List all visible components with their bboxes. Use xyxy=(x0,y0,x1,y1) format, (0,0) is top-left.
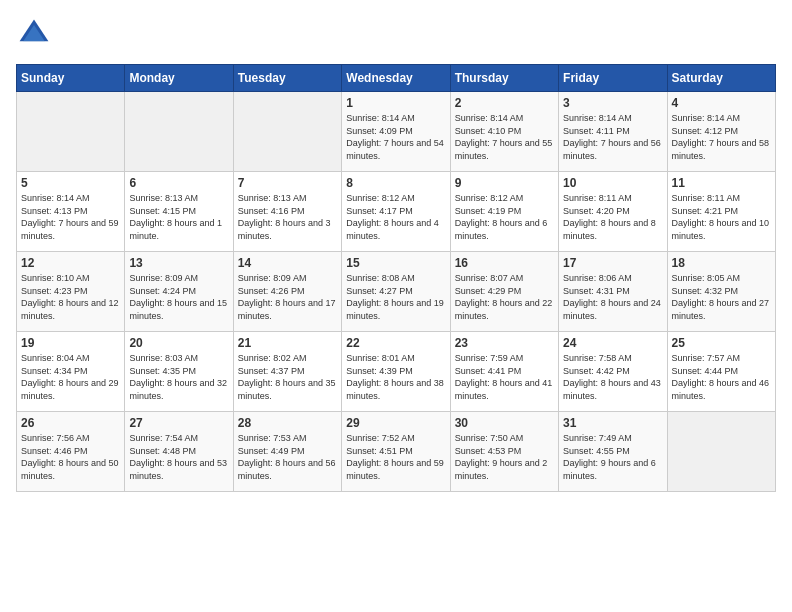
day-number: 28 xyxy=(238,416,337,430)
cell-info: Sunrise: 8:14 AMSunset: 4:10 PMDaylight:… xyxy=(455,112,554,162)
calendar-cell: 27Sunrise: 7:54 AMSunset: 4:48 PMDayligh… xyxy=(125,412,233,492)
day-number: 7 xyxy=(238,176,337,190)
calendar-week-row: 19Sunrise: 8:04 AMSunset: 4:34 PMDayligh… xyxy=(17,332,776,412)
cell-info: Sunrise: 8:12 AMSunset: 4:17 PMDaylight:… xyxy=(346,192,445,242)
calendar-week-row: 5Sunrise: 8:14 AMSunset: 4:13 PMDaylight… xyxy=(17,172,776,252)
calendar-cell: 4Sunrise: 8:14 AMSunset: 4:12 PMDaylight… xyxy=(667,92,775,172)
day-number: 10 xyxy=(563,176,662,190)
calendar-cell xyxy=(233,92,341,172)
cell-info: Sunrise: 8:04 AMSunset: 4:34 PMDaylight:… xyxy=(21,352,120,402)
cell-info: Sunrise: 8:08 AMSunset: 4:27 PMDaylight:… xyxy=(346,272,445,322)
day-number: 23 xyxy=(455,336,554,350)
logo-icon xyxy=(16,16,52,52)
weekday-header: Wednesday xyxy=(342,65,450,92)
calendar-cell: 21Sunrise: 8:02 AMSunset: 4:37 PMDayligh… xyxy=(233,332,341,412)
weekday-header: Friday xyxy=(559,65,667,92)
day-number: 12 xyxy=(21,256,120,270)
calendar-cell xyxy=(17,92,125,172)
calendar-cell: 14Sunrise: 8:09 AMSunset: 4:26 PMDayligh… xyxy=(233,252,341,332)
day-number: 27 xyxy=(129,416,228,430)
calendar-cell: 6Sunrise: 8:13 AMSunset: 4:15 PMDaylight… xyxy=(125,172,233,252)
calendar-cell: 25Sunrise: 7:57 AMSunset: 4:44 PMDayligh… xyxy=(667,332,775,412)
day-number: 25 xyxy=(672,336,771,350)
day-number: 4 xyxy=(672,96,771,110)
day-number: 31 xyxy=(563,416,662,430)
calendar-cell: 11Sunrise: 8:11 AMSunset: 4:21 PMDayligh… xyxy=(667,172,775,252)
calendar-cell: 10Sunrise: 8:11 AMSunset: 4:20 PMDayligh… xyxy=(559,172,667,252)
cell-info: Sunrise: 8:05 AMSunset: 4:32 PMDaylight:… xyxy=(672,272,771,322)
calendar-week-row: 1Sunrise: 8:14 AMSunset: 4:09 PMDaylight… xyxy=(17,92,776,172)
calendar-cell: 30Sunrise: 7:50 AMSunset: 4:53 PMDayligh… xyxy=(450,412,558,492)
cell-info: Sunrise: 8:09 AMSunset: 4:26 PMDaylight:… xyxy=(238,272,337,322)
calendar-cell: 16Sunrise: 8:07 AMSunset: 4:29 PMDayligh… xyxy=(450,252,558,332)
cell-info: Sunrise: 7:52 AMSunset: 4:51 PMDaylight:… xyxy=(346,432,445,482)
page-header xyxy=(16,16,776,52)
calendar-cell xyxy=(125,92,233,172)
cell-info: Sunrise: 8:06 AMSunset: 4:31 PMDaylight:… xyxy=(563,272,662,322)
calendar-cell: 5Sunrise: 8:14 AMSunset: 4:13 PMDaylight… xyxy=(17,172,125,252)
weekday-header: Thursday xyxy=(450,65,558,92)
calendar-cell: 22Sunrise: 8:01 AMSunset: 4:39 PMDayligh… xyxy=(342,332,450,412)
calendar-cell: 23Sunrise: 7:59 AMSunset: 4:41 PMDayligh… xyxy=(450,332,558,412)
weekday-header: Sunday xyxy=(17,65,125,92)
calendar-cell: 31Sunrise: 7:49 AMSunset: 4:55 PMDayligh… xyxy=(559,412,667,492)
cell-info: Sunrise: 7:59 AMSunset: 4:41 PMDaylight:… xyxy=(455,352,554,402)
cell-info: Sunrise: 8:14 AMSunset: 4:13 PMDaylight:… xyxy=(21,192,120,242)
calendar-cell: 13Sunrise: 8:09 AMSunset: 4:24 PMDayligh… xyxy=(125,252,233,332)
cell-info: Sunrise: 8:14 AMSunset: 4:09 PMDaylight:… xyxy=(346,112,445,162)
day-number: 5 xyxy=(21,176,120,190)
cell-info: Sunrise: 7:50 AMSunset: 4:53 PMDaylight:… xyxy=(455,432,554,482)
calendar-cell xyxy=(667,412,775,492)
calendar-cell: 26Sunrise: 7:56 AMSunset: 4:46 PMDayligh… xyxy=(17,412,125,492)
calendar-cell: 24Sunrise: 7:58 AMSunset: 4:42 PMDayligh… xyxy=(559,332,667,412)
cell-info: Sunrise: 8:11 AMSunset: 4:21 PMDaylight:… xyxy=(672,192,771,242)
calendar-cell: 9Sunrise: 8:12 AMSunset: 4:19 PMDaylight… xyxy=(450,172,558,252)
day-number: 19 xyxy=(21,336,120,350)
calendar-cell: 18Sunrise: 8:05 AMSunset: 4:32 PMDayligh… xyxy=(667,252,775,332)
day-number: 18 xyxy=(672,256,771,270)
day-number: 16 xyxy=(455,256,554,270)
day-number: 24 xyxy=(563,336,662,350)
calendar-cell: 2Sunrise: 8:14 AMSunset: 4:10 PMDaylight… xyxy=(450,92,558,172)
calendar-table: SundayMondayTuesdayWednesdayThursdayFrid… xyxy=(16,64,776,492)
day-number: 21 xyxy=(238,336,337,350)
cell-info: Sunrise: 7:57 AMSunset: 4:44 PMDaylight:… xyxy=(672,352,771,402)
day-number: 3 xyxy=(563,96,662,110)
cell-info: Sunrise: 7:58 AMSunset: 4:42 PMDaylight:… xyxy=(563,352,662,402)
day-number: 14 xyxy=(238,256,337,270)
day-number: 13 xyxy=(129,256,228,270)
calendar-cell: 3Sunrise: 8:14 AMSunset: 4:11 PMDaylight… xyxy=(559,92,667,172)
day-number: 11 xyxy=(672,176,771,190)
day-number: 8 xyxy=(346,176,445,190)
calendar-cell: 17Sunrise: 8:06 AMSunset: 4:31 PMDayligh… xyxy=(559,252,667,332)
weekday-header: Saturday xyxy=(667,65,775,92)
calendar-cell: 8Sunrise: 8:12 AMSunset: 4:17 PMDaylight… xyxy=(342,172,450,252)
day-number: 22 xyxy=(346,336,445,350)
cell-info: Sunrise: 8:02 AMSunset: 4:37 PMDaylight:… xyxy=(238,352,337,402)
calendar-cell: 28Sunrise: 7:53 AMSunset: 4:49 PMDayligh… xyxy=(233,412,341,492)
cell-info: Sunrise: 7:54 AMSunset: 4:48 PMDaylight:… xyxy=(129,432,228,482)
cell-info: Sunrise: 8:13 AMSunset: 4:16 PMDaylight:… xyxy=(238,192,337,242)
cell-info: Sunrise: 8:03 AMSunset: 4:35 PMDaylight:… xyxy=(129,352,228,402)
cell-info: Sunrise: 8:10 AMSunset: 4:23 PMDaylight:… xyxy=(21,272,120,322)
calendar-week-row: 12Sunrise: 8:10 AMSunset: 4:23 PMDayligh… xyxy=(17,252,776,332)
calendar-cell: 7Sunrise: 8:13 AMSunset: 4:16 PMDaylight… xyxy=(233,172,341,252)
calendar-cell: 12Sunrise: 8:10 AMSunset: 4:23 PMDayligh… xyxy=(17,252,125,332)
day-number: 9 xyxy=(455,176,554,190)
day-number: 15 xyxy=(346,256,445,270)
cell-info: Sunrise: 8:12 AMSunset: 4:19 PMDaylight:… xyxy=(455,192,554,242)
cell-info: Sunrise: 7:53 AMSunset: 4:49 PMDaylight:… xyxy=(238,432,337,482)
cell-info: Sunrise: 8:14 AMSunset: 4:11 PMDaylight:… xyxy=(563,112,662,162)
calendar-cell: 15Sunrise: 8:08 AMSunset: 4:27 PMDayligh… xyxy=(342,252,450,332)
day-number: 20 xyxy=(129,336,228,350)
weekday-header: Monday xyxy=(125,65,233,92)
day-number: 26 xyxy=(21,416,120,430)
cell-info: Sunrise: 8:13 AMSunset: 4:15 PMDaylight:… xyxy=(129,192,228,242)
calendar-cell: 19Sunrise: 8:04 AMSunset: 4:34 PMDayligh… xyxy=(17,332,125,412)
cell-info: Sunrise: 8:09 AMSunset: 4:24 PMDaylight:… xyxy=(129,272,228,322)
day-number: 6 xyxy=(129,176,228,190)
calendar-cell: 29Sunrise: 7:52 AMSunset: 4:51 PMDayligh… xyxy=(342,412,450,492)
weekday-header-row: SundayMondayTuesdayWednesdayThursdayFrid… xyxy=(17,65,776,92)
cell-info: Sunrise: 8:11 AMSunset: 4:20 PMDaylight:… xyxy=(563,192,662,242)
cell-info: Sunrise: 7:56 AMSunset: 4:46 PMDaylight:… xyxy=(21,432,120,482)
